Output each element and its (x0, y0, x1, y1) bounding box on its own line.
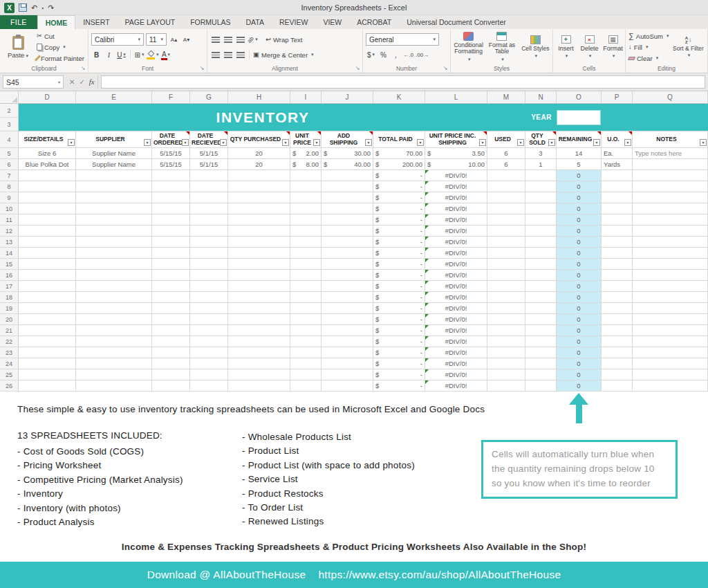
cell[interactable] (633, 325, 708, 336)
cell[interactable]: 0 (557, 281, 602, 292)
sort-filter-button[interactable]: AZ ↓ Sort & Filter (672, 31, 704, 63)
cell[interactable] (228, 336, 290, 347)
cell[interactable]: #DIV/0! (425, 369, 487, 380)
font-color-icon[interactable]: A (161, 49, 171, 60)
cell[interactable]: 0 (557, 226, 602, 237)
format-painter-button[interactable]: Format Painter (37, 53, 84, 63)
cell[interactable]: $- (373, 347, 425, 358)
column-header-O[interactable]: O (557, 91, 602, 104)
column-header-J[interactable]: J (322, 91, 373, 104)
cell[interactable] (322, 347, 373, 358)
row-header-10[interactable]: 10 (0, 203, 19, 214)
cell[interactable] (487, 181, 525, 192)
delete-cells-button[interactable]: Delete (579, 31, 599, 63)
cell[interactable] (76, 181, 152, 192)
cell[interactable] (487, 248, 525, 259)
align-bottom-icon[interactable] (235, 34, 245, 45)
cell[interactable] (633, 159, 708, 170)
filter-dropdown-icon[interactable] (144, 139, 151, 146)
row-header-20[interactable]: 20 (0, 314, 19, 325)
cell[interactable] (290, 314, 322, 325)
cell[interactable] (190, 237, 228, 248)
cell[interactable] (322, 170, 373, 181)
cell[interactable] (76, 369, 152, 380)
row-header-24[interactable]: 24 (0, 358, 19, 369)
cell[interactable]: #DIV/0! (425, 347, 487, 358)
cell[interactable] (290, 226, 322, 237)
cell[interactable] (19, 292, 76, 303)
cell[interactable] (152, 380, 190, 392)
excel-logo-icon[interactable]: X (4, 3, 15, 13)
filter-dropdown-icon[interactable] (593, 139, 600, 146)
column-header-E[interactable]: E (76, 91, 152, 104)
cell[interactable] (228, 192, 290, 203)
cell[interactable] (487, 192, 525, 203)
cell[interactable] (487, 303, 525, 314)
cell[interactable] (487, 259, 525, 270)
cell[interactable]: 0 (557, 170, 602, 181)
cell[interactable] (525, 270, 557, 281)
cell[interactable]: $- (373, 214, 425, 226)
cell[interactable] (633, 192, 708, 203)
cell[interactable]: 0 (557, 270, 602, 281)
cell[interactable] (76, 170, 152, 181)
header-cell-11[interactable]: REMAINING (557, 131, 602, 148)
cell[interactable]: $30.00 (322, 148, 373, 159)
cell[interactable]: $- (373, 248, 425, 259)
row-header-7[interactable]: 7 (0, 170, 19, 181)
tab-insert[interactable]: INSERT (75, 15, 117, 29)
cell[interactable] (19, 380, 76, 392)
row-header-6[interactable]: 6 (0, 159, 19, 170)
cell[interactable] (190, 358, 228, 369)
cell[interactable] (322, 303, 373, 314)
cell[interactable] (322, 325, 373, 336)
cell[interactable]: Yards (602, 159, 633, 170)
filter-dropdown-icon[interactable] (68, 139, 75, 146)
cell[interactable] (228, 369, 290, 380)
tab-data[interactable]: DATA (239, 15, 272, 29)
cell[interactable]: 0 (557, 369, 602, 380)
tab-review[interactable]: REVIEW (272, 15, 315, 29)
column-header-P[interactable]: P (602, 91, 633, 104)
cell[interactable]: $3.50 (425, 148, 487, 159)
cell[interactable]: #DIV/0! (425, 336, 487, 347)
header-cell-10[interactable]: QTY SOLD (525, 131, 557, 148)
cell[interactable] (228, 292, 290, 303)
column-header-H[interactable]: H (228, 91, 290, 104)
cell[interactable] (290, 303, 322, 314)
cell[interactable] (190, 203, 228, 214)
cell[interactable] (487, 270, 525, 281)
cell[interactable] (602, 336, 633, 347)
cell[interactable]: 0 (557, 259, 602, 270)
row-header-26[interactable]: 26 (0, 380, 19, 392)
cell[interactable] (228, 203, 290, 214)
cell[interactable] (322, 203, 373, 214)
cell[interactable] (228, 248, 290, 259)
cell[interactable]: 1 (525, 159, 557, 170)
cell[interactable] (322, 192, 373, 203)
cell[interactable] (602, 292, 633, 303)
cell[interactable] (290, 203, 322, 214)
cell[interactable] (228, 270, 290, 281)
cell[interactable] (602, 281, 633, 292)
cell[interactable] (525, 325, 557, 336)
cell[interactable] (290, 192, 322, 203)
row-header-23[interactable]: 23 (0, 347, 19, 358)
cell[interactable]: Supplier Name (76, 148, 152, 159)
cell[interactable] (152, 292, 190, 303)
cell[interactable] (190, 380, 228, 392)
cell[interactable] (487, 336, 525, 347)
cell[interactable] (322, 237, 373, 248)
row-header-11[interactable]: 11 (0, 214, 19, 226)
cell[interactable]: 0 (557, 192, 602, 203)
cell[interactable]: $- (373, 336, 425, 347)
cell[interactable] (487, 203, 525, 214)
increase-decimal-icon[interactable]: ←.0 (403, 49, 413, 60)
cell[interactable] (76, 325, 152, 336)
cell[interactable] (190, 270, 228, 281)
cell[interactable] (228, 314, 290, 325)
cell[interactable] (290, 248, 322, 259)
cell[interactable]: 5/1/15 (190, 159, 228, 170)
cell[interactable] (602, 214, 633, 226)
cell[interactable]: 0 (557, 181, 602, 192)
